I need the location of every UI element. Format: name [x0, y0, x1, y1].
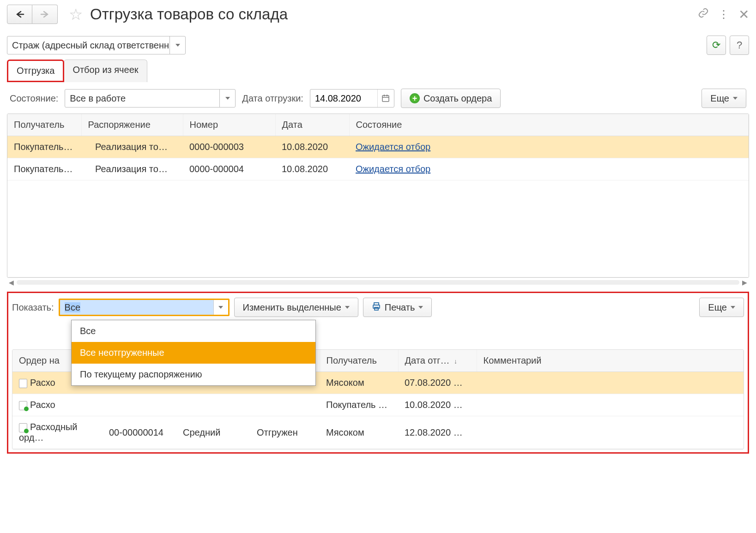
cell — [250, 394, 320, 416]
warehouse-select[interactable]: Страж (адресный склад ответственн — [7, 36, 186, 54]
outgoing-row[interactable]: Расхо Покупатель … 10.08.2020 … — [12, 394, 744, 416]
cell-recipient: Покупатель … — [320, 394, 398, 416]
col-number[interactable]: Номер — [183, 114, 275, 136]
cell-number: 0000-000003 — [183, 136, 275, 158]
cell-order: Реализация то… — [81, 158, 183, 180]
close-icon[interactable]: ✕ — [738, 7, 749, 22]
ship-date-input-box[interactable] — [310, 89, 394, 108]
col-comment[interactable]: Комментарий — [477, 350, 744, 372]
col-recipient[interactable]: Получатель — [7, 114, 81, 136]
cell-number: 0000-000004 — [183, 158, 275, 180]
cell-order: Реализация то… — [81, 136, 183, 158]
kebab-menu-icon[interactable]: ⋮ — [718, 8, 729, 21]
sort-down-icon: ↓ — [454, 358, 457, 365]
scroll-left-icon[interactable]: ◀ — [9, 279, 14, 286]
document-icon — [19, 423, 27, 432]
nav-forward-button[interactable] — [32, 5, 58, 24]
show-select[interactable]: Все — [59, 299, 230, 316]
show-value: Все — [60, 300, 213, 315]
cell-recipient: Мясоком — [320, 372, 398, 394]
svg-rect-0 — [382, 96, 389, 102]
ship-date-label: Дата отгрузки: — [242, 93, 303, 104]
svg-rect-2 — [373, 305, 380, 308]
order-row[interactable]: Покупатель… Реализация то… 0000-000003 1… — [7, 136, 749, 158]
print-button[interactable]: Печать — [363, 298, 432, 317]
link-icon[interactable] — [698, 7, 709, 21]
cell-date: 10.08.2020 — [275, 158, 349, 180]
nav-back-button[interactable] — [7, 5, 32, 24]
cell-comment — [477, 416, 744, 449]
cell-doc: Расхо — [30, 400, 55, 410]
tab-shipment[interactable]: Отгрузка — [7, 60, 64, 82]
refresh-icon: ⟳ — [712, 39, 720, 51]
more-button-bottom[interactable]: Еще — [699, 298, 744, 317]
col-recipient2[interactable]: Получатель — [320, 350, 398, 372]
scroll-right-icon[interactable]: ▶ — [742, 279, 747, 286]
cell-date: 10.08.2020 … — [398, 394, 477, 416]
cell-date: 10.08.2020 — [275, 136, 349, 158]
cell — [103, 394, 176, 416]
warehouse-dropdown-icon[interactable] — [169, 36, 185, 54]
svg-rect-3 — [375, 307, 378, 310]
cell: 00-00000014 — [103, 416, 176, 449]
cell-doc: Расхо — [30, 377, 55, 388]
document-icon — [19, 379, 27, 388]
state-select[interactable]: Все в работе — [65, 89, 236, 108]
cell-recipient: Покупатель… — [7, 136, 81, 158]
ship-date-input[interactable] — [310, 90, 377, 107]
help-icon: ? — [737, 39, 742, 51]
dropdown-item-unshipped[interactable]: Все неотгруженные — [72, 342, 315, 364]
more-label: Еще — [708, 302, 727, 313]
cell-date: 07.08.2020 … — [398, 372, 477, 394]
print-label: Печать — [385, 302, 415, 313]
dropdown-item-all[interactable]: Все — [72, 320, 315, 342]
col-state[interactable]: Состояние — [349, 114, 749, 136]
cell-comment — [477, 394, 744, 416]
outgoing-row[interactable]: Расходный орд… 00-00000014 Средний Отгру… — [12, 416, 744, 449]
cell — [176, 394, 250, 416]
cell-recipient: Мясоком — [320, 416, 398, 449]
print-icon — [372, 302, 381, 313]
show-dropdown-icon[interactable] — [213, 300, 228, 315]
page-title: Отгрузка товаров со склада — [90, 6, 288, 23]
cell-state-link[interactable]: Ожидается отбор — [356, 142, 430, 152]
col-ship-date[interactable]: Дата отг… ↓ — [398, 350, 477, 372]
scrollbar[interactable] — [17, 280, 739, 285]
favorite-star-icon[interactable]: ☆ — [69, 5, 83, 24]
change-selected-label: Изменить выделенные — [243, 302, 341, 313]
more-button-top[interactable]: Еще — [702, 89, 746, 108]
col-ship-date-label: Дата отг… — [405, 355, 450, 365]
cell: Отгружен — [250, 416, 320, 449]
grid-empty-area — [7, 180, 749, 277]
show-label: Показать: — [12, 302, 54, 313]
calendar-icon[interactable] — [377, 90, 394, 107]
state-label: Состояние: — [10, 93, 58, 104]
cell-comment — [477, 372, 744, 394]
plus-icon: + — [410, 93, 420, 103]
help-button[interactable]: ? — [730, 36, 749, 55]
change-selected-button[interactable]: Изменить выделенные — [234, 298, 358, 317]
tab-picking[interactable]: Отбор из ячеек — [64, 60, 147, 82]
cell-state-link[interactable]: Ожидается отбор — [356, 164, 430, 174]
refresh-button[interactable]: ⟳ — [707, 36, 726, 55]
state-dropdown-icon[interactable] — [219, 90, 235, 107]
state-value: Все в работе — [65, 93, 219, 104]
warehouse-value: Страж (адресный склад ответственн — [7, 40, 169, 51]
more-label: Еще — [710, 93, 729, 104]
document-icon — [19, 401, 27, 410]
cell-date: 12.08.2020 … — [398, 416, 477, 449]
show-dropdown-popup: Все Все неотгруженные По текущему распор… — [71, 320, 316, 386]
dropdown-item-current[interactable]: По текущему распоряжению — [72, 364, 315, 385]
col-date[interactable]: Дата — [275, 114, 349, 136]
cell-recipient: Покупатель… — [7, 158, 81, 180]
orders-grid: Получатель Распоряжение Номер Дата Состо… — [7, 114, 749, 278]
create-orders-label: Создать ордера — [423, 93, 492, 104]
create-orders-button[interactable]: + Создать ордера — [401, 89, 501, 108]
cell: Средний — [176, 416, 250, 449]
order-row[interactable]: Покупатель… Реализация то… 0000-000004 1… — [7, 158, 749, 180]
col-order[interactable]: Распоряжение — [81, 114, 183, 136]
